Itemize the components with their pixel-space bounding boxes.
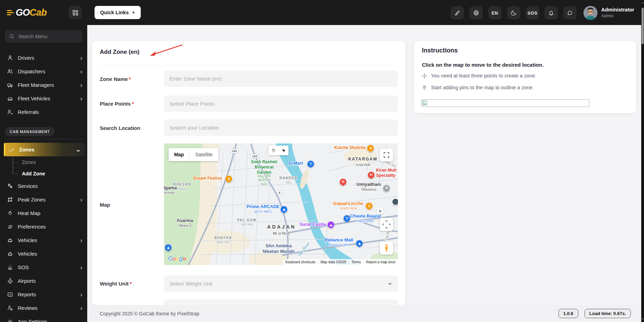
- sidebar-item-label: Airports: [18, 278, 36, 284]
- poi-cluster-icon[interactable]: [392, 198, 398, 206]
- restaurant-pin[interactable]: [225, 175, 233, 182]
- store-pin[interactable]: [307, 160, 315, 167]
- restaurant-pin[interactable]: [367, 145, 374, 152]
- map-poi-label: Kiran Mult Speciality: [376, 168, 397, 178]
- app-launcher-button[interactable]: [68, 6, 82, 19]
- weight-unit-select[interactable]: Select Weight Unit: [164, 275, 398, 292]
- sidebar-item-label: App Settings: [18, 319, 47, 322]
- chevron-right-icon: ›: [80, 68, 82, 75]
- copyright-text: Copyright 2025 © GoCab theme by PixelStr…: [100, 311, 199, 316]
- sidebar-item-label: Fleet Managers: [18, 82, 54, 88]
- pegman-icon: [384, 244, 389, 252]
- report-map-error-link[interactable]: Report a map error: [364, 260, 398, 264]
- messages-button[interactable]: [563, 6, 577, 19]
- sidebar-item-sos[interactable]: SOS ›: [0, 261, 87, 274]
- temple-pin[interactable]: ॐ: [383, 184, 390, 192]
- drawing-tools: [268, 146, 288, 155]
- map-attribution: Keyboard shortcuts Map data ©2025 Terms …: [283, 259, 398, 265]
- sidebar-item-reports[interactable]: Reports ›: [0, 288, 87, 301]
- sidebar-search[interactable]: [5, 30, 82, 43]
- sidebar-item-fleet-vehicles[interactable]: Fleet Vehicles ›: [0, 92, 87, 105]
- search-location-input[interactable]: [164, 119, 398, 136]
- scrollbar[interactable]: ▲ ▼: [641, 0, 644, 322]
- lock-pin[interactable]: [165, 244, 172, 251]
- sidebar-item-zones[interactable]: Zones ⌄: [4, 143, 85, 156]
- required-asterisk: *: [130, 281, 132, 287]
- map-area-sublabel: ભેસાણ: [178, 187, 187, 191]
- sidebar-item-airports[interactable]: Airports: [0, 274, 87, 288]
- sidebar-item-services[interactable]: Services: [0, 179, 87, 193]
- sidebar-item-referrals[interactable]: Referrals: [0, 105, 87, 119]
- restaurant-pin[interactable]: [366, 202, 373, 209]
- polygon-icon: [7, 197, 13, 203]
- sidebar-item-vehicles[interactable]: Vehicles ›: [0, 233, 87, 247]
- map-type-map-button[interactable]: Map: [169, 148, 189, 161]
- language-select-button[interactable]: EN: [488, 6, 502, 19]
- map-area-sublabel: પાલ ગામ: [241, 222, 253, 226]
- dark-mode-button[interactable]: [507, 6, 520, 19]
- pan-arrows-icon: [382, 220, 391, 229]
- keyboard-shortcuts-link[interactable]: Keyboard shortcuts: [283, 260, 318, 264]
- map-type-satellite-button[interactable]: Satellite: [189, 148, 218, 161]
- fullscreen-button[interactable]: [380, 148, 393, 162]
- app-logo[interactable]: GO Cab: [7, 7, 59, 18]
- hospital-pin[interactable]: H: [340, 178, 347, 185]
- pegman-control[interactable]: [380, 241, 393, 255]
- sidebar-item-label: Vehicles: [18, 251, 37, 257]
- grid-icon: [72, 9, 79, 16]
- sidebar-item-label: Zones: [19, 147, 34, 152]
- notifications-button[interactable]: [545, 6, 558, 19]
- gear-icon: [7, 319, 13, 322]
- language-globe-button[interactable]: [470, 6, 483, 19]
- place-points-input[interactable]: [164, 96, 398, 112]
- zone-name-input[interactable]: [164, 71, 398, 87]
- hospital-pin[interactable]: H: [368, 171, 375, 179]
- sidebar-item-reviews[interactable]: Reviews ›: [0, 301, 87, 315]
- sidebar-item-heat-map[interactable]: Heat Map: [0, 206, 87, 220]
- google-logo[interactable]: Google: [168, 255, 186, 262]
- sidebar-divider: [5, 139, 82, 139]
- sidebar-item-drivers[interactable]: Drivers ›: [0, 51, 87, 65]
- sidebar-item-label: Fleet Vehicles: [18, 96, 50, 101]
- terms-link[interactable]: Terms: [349, 260, 363, 264]
- pan-hand-tool-button[interactable]: [268, 146, 278, 155]
- sidebar-item-vehicles-2[interactable]: Vehicles: [0, 247, 87, 261]
- chevron-right-icon: ›: [80, 55, 82, 61]
- submenu-item-add-zone[interactable]: Add Zone: [22, 168, 87, 179]
- polygon-draw-tool-button[interactable]: [278, 146, 288, 155]
- avatar: [584, 6, 597, 20]
- chevron-right-icon: ›: [80, 291, 82, 298]
- sidebar-item-fleet-managers[interactable]: Fleet Managers ›: [0, 78, 87, 92]
- lock-pin[interactable]: [356, 240, 363, 247]
- submenu-item-zones[interactable]: Zones: [22, 156, 87, 168]
- zone-name-label: Zone Name*: [100, 76, 162, 82]
- lock-pin[interactable]: [280, 206, 288, 213]
- search-input[interactable]: [18, 33, 70, 40]
- pan-control[interactable]: [380, 218, 393, 231]
- sidebar-item-dispatchers[interactable]: Dispatchers ›: [0, 65, 87, 78]
- map-poi-label: Umiyadham: [357, 182, 381, 188]
- google-map[interactable]: Kulche Shulche KATARGAM કતારગામ Fulpada …: [164, 143, 398, 265]
- scroll-up-icon[interactable]: ▲: [641, 1, 644, 4]
- user-role: Admin: [601, 13, 634, 19]
- next-field-partial[interactable]: [164, 299, 398, 305]
- store-pin[interactable]: [343, 215, 351, 222]
- sidebar-item-preferences[interactable]: Preferences: [0, 220, 87, 233]
- map-label: Map: [100, 202, 162, 208]
- map-poi-label: Kulche Shulche: [334, 145, 366, 150]
- sidebar-item-label: Vehicles: [18, 237, 37, 243]
- scroll-down-icon[interactable]: ▼: [641, 318, 644, 321]
- theme-customizer-button[interactable]: [451, 6, 464, 19]
- scrollbar-thumb[interactable]: [642, 8, 644, 44]
- quick-links-button[interactable]: Quick Links +: [95, 6, 141, 19]
- map-area-sublabel: રાંદેર: [285, 180, 291, 184]
- castle-pin[interactable]: [327, 221, 335, 228]
- quick-links-label: Quick Links: [100, 10, 129, 15]
- search-location-label: Search Location: [100, 125, 162, 131]
- submenu-item-label: Zones: [22, 159, 36, 165]
- sidebar: Drivers › Dispatchers › Fleet Managers ›…: [0, 25, 87, 322]
- sidebar-item-peak-zones[interactable]: Peak Zones ›: [0, 193, 87, 206]
- user-menu[interactable]: Administrator Admin: [584, 6, 634, 20]
- sos-button[interactable]: SOS: [526, 6, 539, 19]
- sidebar-item-app-settings[interactable]: App Settings: [0, 315, 87, 322]
